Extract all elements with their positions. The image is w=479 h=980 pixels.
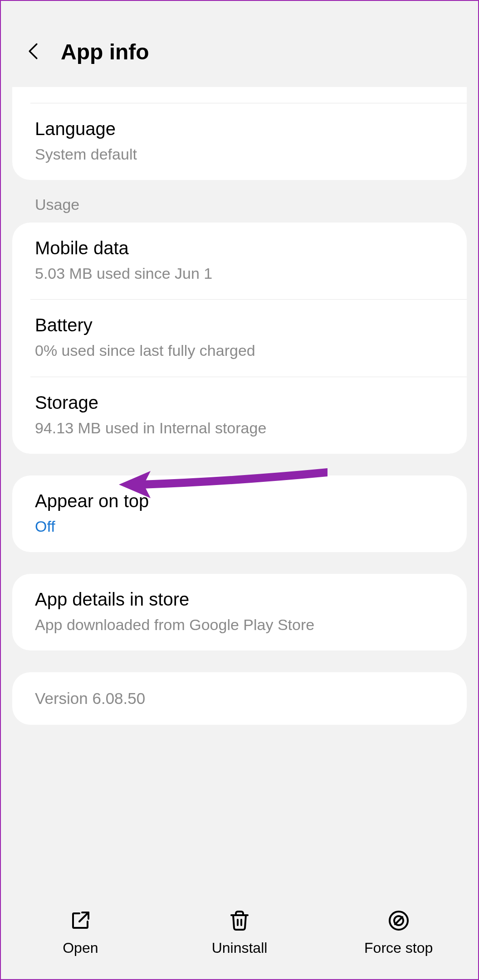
row-sub: Off [35, 516, 444, 536]
row-sub: 0% used since last fully charged [35, 340, 444, 360]
row-battery[interactable]: Battery 0% used since last fully charged [12, 300, 467, 376]
row-title: Appear on top [35, 489, 444, 513]
row-title: App details in store [35, 587, 444, 611]
header: App info [1, 1, 478, 87]
row-language[interactable]: Language System default [12, 103, 467, 180]
footer-label: Open [63, 940, 98, 956]
row-sub: App downloaded from Google Play Store [35, 615, 444, 635]
version-text: Version 6.08.50 [35, 689, 444, 708]
row-sub: 5.03 MB used since Jun 1 [35, 263, 444, 283]
open-icon [69, 910, 91, 931]
section-label-usage: Usage [1, 180, 478, 223]
footer-label: Uninstall [212, 940, 268, 956]
footer: Open Uninstall Force stop [1, 892, 478, 979]
card-language: Language System default [12, 87, 467, 180]
row-app-details[interactable]: App details in store App downloaded from… [12, 574, 467, 650]
row-storage[interactable]: Storage 94.13 MB used in Internal storag… [12, 377, 467, 454]
row-version: Version 6.08.50 [12, 672, 467, 725]
row-title: Battery [35, 313, 444, 337]
row-mobile-data[interactable]: Mobile data 5.03 MB used since Jun 1 [12, 223, 467, 299]
uninstall-button[interactable]: Uninstall [161, 910, 318, 956]
trash-icon [229, 910, 250, 931]
card-app-details: App details in store App downloaded from… [12, 574, 467, 650]
svg-line-6 [395, 917, 402, 924]
partial-row [12, 87, 467, 103]
row-title: Language [35, 117, 444, 141]
row-appear-on-top[interactable]: Appear on top Off [12, 475, 467, 552]
back-icon[interactable] [26, 42, 40, 63]
row-title: Mobile data [35, 236, 444, 260]
card-version: Version 6.08.50 [12, 672, 467, 725]
svg-line-1 [79, 912, 88, 922]
footer-label: Force stop [364, 940, 433, 956]
open-button[interactable]: Open [2, 910, 159, 956]
card-appear-on-top: Appear on top Off [12, 475, 467, 552]
force-stop-button[interactable]: Force stop [320, 910, 477, 956]
row-sub: 94.13 MB used in Internal storage [35, 418, 444, 438]
row-sub: System default [35, 144, 444, 164]
page-title: App info [61, 39, 149, 64]
stop-icon [388, 910, 410, 931]
row-title: Storage [35, 391, 444, 414]
card-usage: Mobile data 5.03 MB used since Jun 1 Bat… [12, 223, 467, 454]
